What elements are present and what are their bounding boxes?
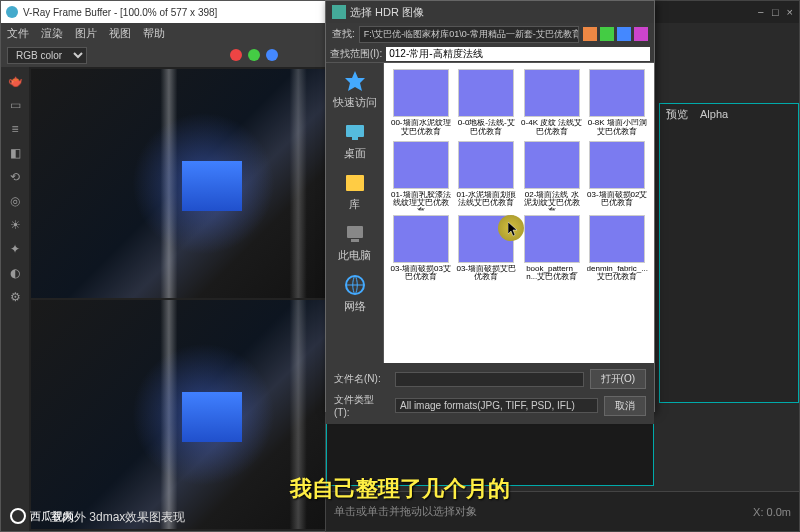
file-thumbnail (524, 141, 580, 189)
menu-help[interactable]: 帮助 (143, 26, 165, 41)
nav-desktop[interactable]: 桌面 (343, 120, 367, 161)
file-item[interactable]: book_pattern_n...艾巴优教育 (521, 215, 583, 283)
menu-render[interactable]: 渲染 (41, 26, 63, 41)
file-item[interactable]: 02-墙面法线 水泥划纹艾巴优教育 (521, 141, 583, 211)
file-item[interactable]: 03-墙面破损02艾巴优教育 (587, 141, 649, 211)
file-item[interactable]: 0-4K 皮纹 法线艾巴优教育 (521, 69, 583, 137)
file-item[interactable]: 0-8K 墙面小凹洞艾巴优教育 (587, 69, 649, 137)
file-thumbnail (524, 69, 580, 117)
hdr-icon (332, 5, 346, 19)
file-item[interactable]: 00-墙面水泥纹理艾巴优教育 (390, 69, 452, 137)
file-item[interactable]: 01-水泥墙面划痕法线艾巴优教育 (456, 141, 518, 211)
vray-icon (5, 5, 19, 19)
history-label: 查找: (332, 27, 355, 41)
svg-rect-2 (346, 125, 364, 137)
filetype-label: 文件类型(T): (334, 393, 389, 418)
panel-tab-preview[interactable]: 预览 (666, 107, 688, 122)
file-thumbnail (524, 215, 580, 263)
file-name: book_pattern_n...艾巴优教育 (521, 265, 583, 283)
layers-icon[interactable]: ≡ (5, 119, 25, 139)
menu-file[interactable]: 文件 (7, 26, 29, 41)
settings-icon[interactable]: ⚙ (5, 287, 25, 307)
watermark-text: 西瓜视频 (30, 509, 74, 524)
location-value[interactable]: 012-常用-高精度法线 (386, 47, 650, 61)
history-icon[interactable]: ⟲ (5, 167, 25, 187)
nav-back-icon[interactable] (583, 27, 597, 41)
menu-image[interactable]: 图片 (75, 26, 97, 41)
svg-rect-4 (346, 175, 364, 191)
teapot-icon[interactable]: 🫖 (5, 71, 25, 91)
svg-rect-3 (352, 137, 358, 140)
svg-rect-5 (347, 226, 363, 238)
dialog-title: 选择 HDR 图像 (350, 5, 424, 20)
green-channel-icon[interactable] (248, 49, 260, 61)
svg-rect-6 (351, 239, 359, 242)
filename-input[interactable] (395, 372, 584, 387)
file-name: 0-4K 皮纹 法线艾巴优教育 (521, 119, 583, 137)
filetype-select[interactable]: All image formats(JPG, TIFF, PSD, IFL) (395, 398, 598, 413)
file-thumbnail (589, 215, 645, 263)
nav-this-pc[interactable]: 此电脑 (338, 222, 371, 263)
channel-select[interactable]: RGB color (7, 47, 87, 64)
xigua-logo-icon (10, 508, 26, 524)
file-name: 00-墙面水泥纹理艾巴优教育 (390, 119, 452, 137)
coord-x: X: 0.0m (753, 506, 791, 518)
file-name: 02-墙面法线 水泥划纹艾巴优教育 (521, 191, 583, 211)
file-open-dialog: 选择 HDR 图像 查找: F:\艾巴优-临图家材库01\0-常用精品一新套-艾… (325, 0, 655, 412)
dialog-history-row: 查找: F:\艾巴优-临图家材库01\0-常用精品一新套-艾巴优教育\012-常… (326, 23, 654, 45)
history-path[interactable]: F:\艾巴优-临图家材库01\0-常用精品一新套-艾巴优教育\012-常用-高精… (359, 26, 579, 43)
nav-quick-access[interactable]: 快速访问 (333, 69, 377, 110)
red-channel-icon[interactable] (230, 49, 242, 61)
file-name: 01-墙面乳胶漆法线纹理艾巴优教育 (390, 191, 452, 211)
video-subtitle: 我自己整理了几个月的 (290, 474, 510, 504)
max-minimize-button[interactable]: − (757, 6, 763, 18)
cancel-button[interactable]: 取消 (604, 396, 646, 416)
max-maximize-button[interactable]: □ (772, 6, 779, 18)
file-item[interactable]: 03-墙面破损艾巴优教育 (456, 215, 518, 283)
file-item[interactable]: 01-墙面乳胶漆法线纹理艾巴优教育 (390, 141, 452, 211)
file-name: 01-水泥墙面划痕法线艾巴优教育 (456, 191, 518, 209)
file-name: 03-墙面破损03艾巴优教育 (390, 265, 452, 283)
svg-marker-1 (345, 71, 365, 91)
panel-tab-alpha[interactable]: Alpha (700, 108, 728, 120)
nav-fwd-icon[interactable] (600, 27, 614, 41)
file-item[interactable]: denmin_fabric_...艾巴优教育 (587, 215, 649, 283)
file-name: 03-墙面破损艾巴优教育 (456, 265, 518, 283)
file-name: 0-0地板-法线-艾巴优教育 (456, 119, 518, 137)
dialog-location-row: 查找范围(I): 012-常用-高精度法线 (326, 45, 654, 63)
region-icon[interactable]: ▭ (5, 95, 25, 115)
nav-libraries[interactable]: 库 (343, 171, 367, 212)
light-icon[interactable]: ☀ (5, 215, 25, 235)
compare-icon[interactable]: ◧ (5, 143, 25, 163)
open-button[interactable]: 打开(O) (590, 369, 646, 389)
stats-icon[interactable]: ◐ (5, 263, 25, 283)
nav-network[interactable]: 网络 (343, 273, 367, 314)
max-side-panel: 预览 Alpha (659, 103, 799, 403)
vfb-title: V-Ray Frame Buffer - [100.0% of 577 x 39… (23, 7, 376, 18)
file-thumbnail (393, 69, 449, 117)
file-thumbnail (393, 215, 449, 263)
menu-view[interactable]: 视图 (109, 26, 131, 41)
file-list[interactable]: 00-墙面水泥纹理艾巴优教育0-0地板-法线-艾巴优教育0-4K 皮纹 法线艾巴… (384, 63, 654, 363)
nav-view-icon[interactable] (634, 27, 648, 41)
file-item[interactable]: 03-墙面破损03艾巴优教育 (390, 215, 452, 283)
dialog-titlebar[interactable]: 选择 HDR 图像 (326, 1, 654, 23)
pick-icon[interactable]: ✦ (5, 239, 25, 259)
lens-icon[interactable]: ◎ (5, 191, 25, 211)
file-thumbnail (458, 215, 514, 263)
location-label: 查找范围(I): (330, 47, 382, 61)
blue-channel-icon[interactable] (266, 49, 278, 61)
status-hint: 单击或单击并拖动以选择对象 (334, 504, 477, 519)
nav-up-icon[interactable] (617, 27, 631, 41)
file-thumbnail (458, 141, 514, 189)
max-close-button[interactable]: × (787, 6, 793, 18)
svg-point-0 (6, 6, 18, 18)
file-thumbnail (589, 141, 645, 189)
filename-label: 文件名(N): (334, 372, 389, 386)
file-item[interactable]: 0-0地板-法线-艾巴优教育 (456, 69, 518, 137)
dialog-nav: 快速访问 桌面 库 此电脑 网络 (326, 63, 384, 363)
dialog-bottom: 文件名(N): 打开(O) 文件类型(T): All image formats… (326, 363, 654, 424)
file-name: denmin_fabric_...艾巴优教育 (587, 265, 649, 283)
file-thumbnail (458, 69, 514, 117)
file-name: 03-墙面破损02艾巴优教育 (587, 191, 649, 209)
